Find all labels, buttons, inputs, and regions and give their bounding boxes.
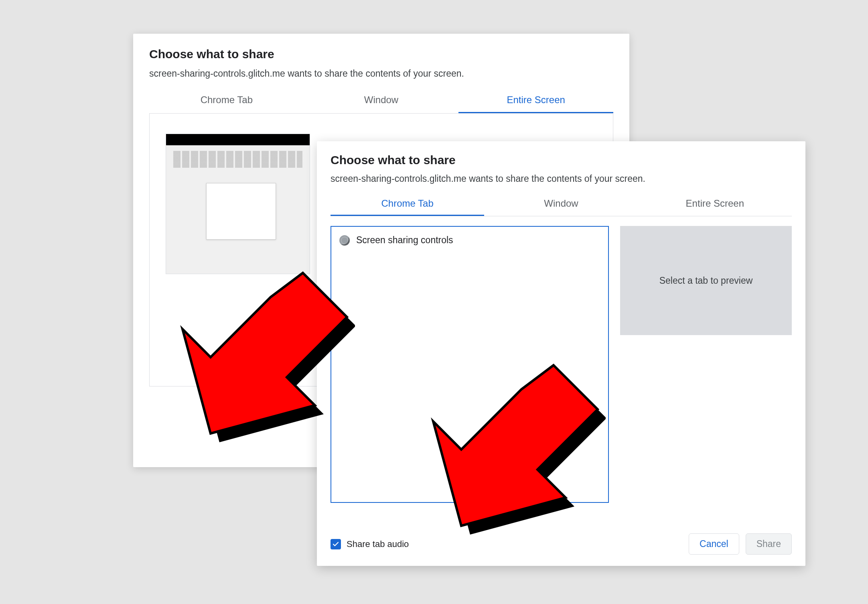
cancel-button[interactable]: Cancel: [689, 533, 739, 555]
screen-share-dialog-chrome-tab: Choose what to share screen-sharing-cont…: [317, 141, 805, 566]
dialog-title: Choose what to share: [149, 47, 613, 61]
tab-list-item-label: Screen sharing controls: [356, 235, 453, 246]
source-tabs: Chrome Tab Window Entire Screen: [149, 89, 613, 114]
tab-window[interactable]: Window: [304, 89, 459, 113]
tab-chrome-tab[interactable]: Chrome Tab: [149, 89, 304, 113]
globe-icon: [339, 235, 350, 246]
tab-chrome-tab[interactable]: Chrome Tab: [331, 193, 484, 216]
dialog-title: Choose what to share: [331, 153, 792, 167]
tab-list: Screen sharing controls: [331, 226, 609, 503]
share-button[interactable]: Share: [746, 533, 792, 555]
tab-entire-screen[interactable]: Entire Screen: [638, 193, 792, 216]
tab-preview-placeholder: Select a tab to preview: [620, 226, 792, 335]
share-audio-option[interactable]: Share tab audio: [331, 539, 409, 549]
dialog-subtitle: screen-sharing-controls.glitch.me wants …: [331, 173, 792, 184]
dialog-subtitle: screen-sharing-controls.glitch.me wants …: [149, 68, 613, 79]
share-audio-checkbox[interactable]: [331, 539, 341, 549]
screen-thumbnail[interactable]: [166, 134, 310, 274]
tab-window[interactable]: Window: [484, 193, 638, 216]
tab-entire-screen[interactable]: Entire Screen: [458, 89, 613, 113]
share-audio-label: Share tab audio: [347, 539, 409, 549]
source-tabs: Chrome Tab Window Entire Screen: [331, 193, 792, 216]
tab-list-item[interactable]: Screen sharing controls: [339, 233, 601, 247]
